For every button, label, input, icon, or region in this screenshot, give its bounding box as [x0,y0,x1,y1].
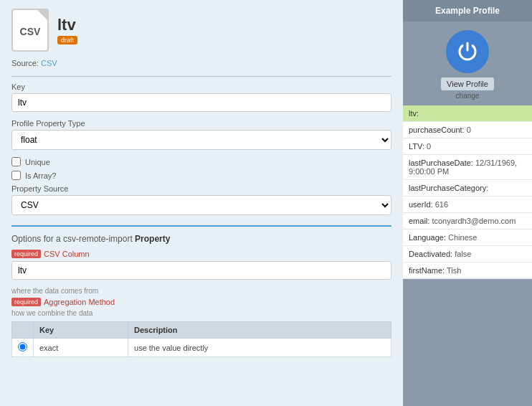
profile-item-key: email: [409,217,429,225]
profile-item: Deactivated: false [403,246,532,263]
power-icon [446,30,489,73]
table-key-cell: exact [34,339,128,357]
property-source-label: Property Source [11,184,391,193]
profile-data: ltv: purchaseCount: 0LTV: 0lastPurchaseD… [403,105,532,279]
property-source-select[interactable]: CSV [11,195,391,215]
required-badge-1: required [11,250,41,258]
source-line: Source: CSV [11,59,391,67]
profile-property-type-label: Profile Property Type [11,119,391,128]
unique-checkbox[interactable] [11,157,21,166]
profile-icon-area: View Profile change [403,22,532,105]
profile-item: lastPurchaseDate: 12/31/1969, 9:00:00 PM [403,155,532,180]
power-svg [455,39,480,65]
key-field-group: Key [11,82,391,112]
unique-label: Unique [25,158,50,166]
profile-item: purchaseCount: 0 [403,122,532,138]
example-profile-header: Example Profile [403,0,532,22]
section-divider [11,225,391,227]
unique-checkbox-group: Unique [11,157,391,166]
aggregation-table: Key Description exact use the value dire… [11,321,391,357]
right-panel: Example Profile View Profile change ltv:… [403,0,532,406]
table-radio-cell[interactable] [12,339,34,357]
csv-file-icon: CSV [11,9,49,52]
profile-item-value: 616 [435,200,448,209]
csv-column-label: CSV Column [44,250,90,258]
is-array-label: Is Array? [25,171,56,180]
required-aggregation-line: required Aggregation Method [11,298,391,306]
profile-item: firstName: Tish [403,263,532,279]
aggregation-label: Aggregation Method [44,298,115,306]
aggregation-helper: how we combine the data [11,309,391,317]
main-content: CSV ltv draft Source: CSV Key Profile Pr… [0,0,403,406]
profile-item: email: tconyardh3@demo.com [403,213,532,230]
key-input[interactable] [11,93,391,112]
is-array-checkbox[interactable] [11,171,21,180]
table-row: exact use the value directly [12,339,391,357]
profile-item-key: Deactivated: [409,250,452,258]
header-divider [11,76,391,77]
profile-item-value: 0 [427,142,431,151]
csv-column-field-group [11,261,391,280]
csv-column-input[interactable] [11,261,391,280]
property-source-group: Property Source CSV [11,184,391,215]
profile-item: Language: Chinese [403,230,532,246]
profile-item-value: false [455,250,471,258]
profile-item-key: firstName: [409,266,445,275]
profile-property-type-select[interactable]: float [11,130,391,150]
profile-item: lastPurchaseCategory: [403,180,532,197]
profile-item-value: 0 [467,126,471,134]
title-area: ltv draft [57,16,77,44]
profile-item: ltv: [403,105,532,122]
profile-item: userId: 616 [403,197,532,213]
profile-item-value: Chinese [448,233,477,242]
required-badge-2: required [11,298,41,306]
profile-item-key: Language: [409,233,446,242]
required-csv-column-line: required CSV Column [11,250,391,258]
profile-item-key: lastPurchaseDate: [409,159,473,167]
profile-item-key: ltv: [409,109,419,118]
draft-badge: draft [57,36,77,44]
table-radio[interactable] [18,342,27,351]
key-label: Key [11,82,391,91]
profile-item-key: purchaseCount: [409,126,465,134]
view-profile-button[interactable]: View Profile [441,77,494,90]
profile-item-key: userId: [409,200,433,209]
profile-item-key: LTV: [409,142,424,151]
table-col-radio [12,322,34,339]
options-title: Options for a csv-remote-import Property [11,234,391,244]
table-description-cell: use the value directly [128,339,391,357]
profile-item-value: Tish [447,266,461,275]
profile-property-type-group: Profile Property Type float [11,119,391,150]
csv-icon-label: CSV [20,26,41,37]
profile-item-value: tconyardh3@demo.com [432,217,516,225]
page-title: ltv [57,16,77,34]
source-link[interactable]: CSV [41,59,57,67]
is-array-checkbox-group: Is Array? [11,171,391,180]
csv-column-helper: where the data comes from [11,287,391,295]
table-col-description: Description [128,322,391,339]
profile-item: LTV: 0 [403,138,532,155]
profile-item-key: lastPurchaseCategory: [409,184,488,192]
change-link[interactable]: change [456,92,480,100]
header: CSV ltv draft [11,9,391,52]
table-col-key: Key [34,322,128,339]
